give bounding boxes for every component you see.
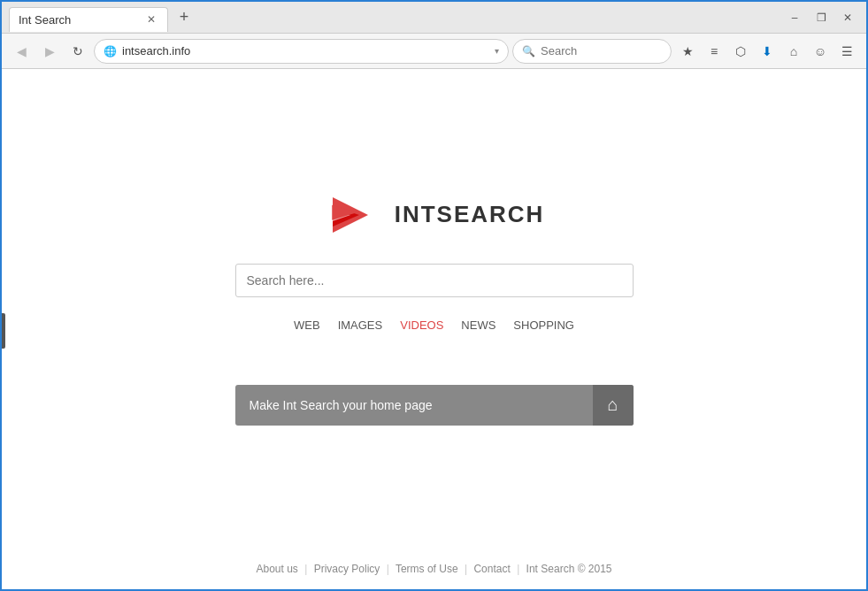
nav-link-web[interactable]: WEB [294, 319, 320, 332]
address-text: intsearch.info [122, 44, 495, 58]
window-controls: – ❒ ✕ [783, 6, 859, 29]
bookmark-star-icon[interactable]: ★ [675, 39, 700, 64]
toolbar-icons: ★ ≡ ⬡ ⬇ ⌂ ☺ ☰ [675, 39, 859, 64]
address-bar[interactable]: 🌐 intsearch.info ▾ [94, 39, 509, 64]
nav-link-shopping[interactable]: SHOPPING [513, 319, 574, 332]
logo-text: INTSEARCH [395, 201, 545, 228]
logo-area: INTSEARCH [324, 184, 545, 246]
browser-search-input[interactable] [541, 44, 647, 58]
footer-link-privacy[interactable]: Privacy Policy [314, 563, 380, 575]
minimize-button[interactable]: – [783, 6, 806, 29]
page-footer: About us | Privacy Policy | Terms of Use… [2, 563, 866, 575]
footer-link-terms[interactable]: Terms of Use [396, 563, 458, 575]
nav-bar: ◀ ▶ ↻ 🌐 intsearch.info ▾ 🔍 ★ ≡ ⬡ ⬇ ⌂ ☺ ☰ [2, 34, 866, 69]
address-dropdown-icon[interactable]: ▾ [495, 46, 499, 56]
nav-link-videos[interactable]: VIDEOS [400, 319, 443, 332]
forward-button[interactable]: ▶ [37, 39, 62, 64]
nav-link-images[interactable]: IMAGES [338, 319, 383, 332]
smiley-icon[interactable]: ☺ [808, 39, 833, 64]
search-icon: 🔍 [522, 45, 535, 58]
page-content: INTSEARCH WEB IMAGES VIDEOS NEWS SHOPPIN… [2, 69, 866, 591]
main-search-input[interactable] [235, 264, 634, 297]
browser-content: INTSEARCH WEB IMAGES VIDEOS NEWS SHOPPIN… [2, 69, 866, 591]
pocket-icon[interactable]: ⬡ [728, 39, 753, 64]
logo-icon [324, 184, 386, 246]
reader-view-icon[interactable]: ≡ [702, 39, 726, 64]
home-banner-button[interactable]: ⌂ [593, 385, 634, 426]
maximize-button[interactable]: ❒ [810, 6, 833, 29]
footer-link-about[interactable]: About us [256, 563, 297, 575]
home-icon[interactable]: ⌂ [781, 39, 806, 64]
title-bar: Int Search ✕ + – ❒ ✕ [2, 2, 866, 34]
reload-button[interactable]: ↻ [65, 39, 90, 64]
close-button[interactable]: ✕ [836, 6, 859, 29]
footer-brand: Int Search © 2015 [526, 563, 612, 575]
tab-title: Int Search [19, 13, 71, 27]
browser-search-bar[interactable]: 🔍 [512, 39, 672, 64]
banner-text: Make Int Search your home page [235, 398, 593, 412]
footer-link-contact[interactable]: Contact [473, 563, 510, 575]
menu-icon[interactable]: ☰ [834, 39, 859, 64]
globe-icon: 🌐 [104, 45, 117, 58]
search-nav-links: WEB IMAGES VIDEOS NEWS SHOPPING [294, 319, 574, 332]
nav-link-news[interactable]: NEWS [461, 319, 495, 332]
tab-close-button[interactable]: ✕ [144, 12, 158, 27]
home-page-banner[interactable]: Make Int Search your home page ⌂ [235, 385, 634, 426]
browser-tab[interactable]: Int Search ✕ [9, 7, 168, 32]
search-container [235, 264, 634, 297]
download-icon[interactable]: ⬇ [755, 39, 780, 64]
back-button[interactable]: ◀ [9, 39, 34, 64]
new-tab-button[interactable]: + [172, 5, 196, 30]
left-edge-indicator [2, 313, 5, 349]
